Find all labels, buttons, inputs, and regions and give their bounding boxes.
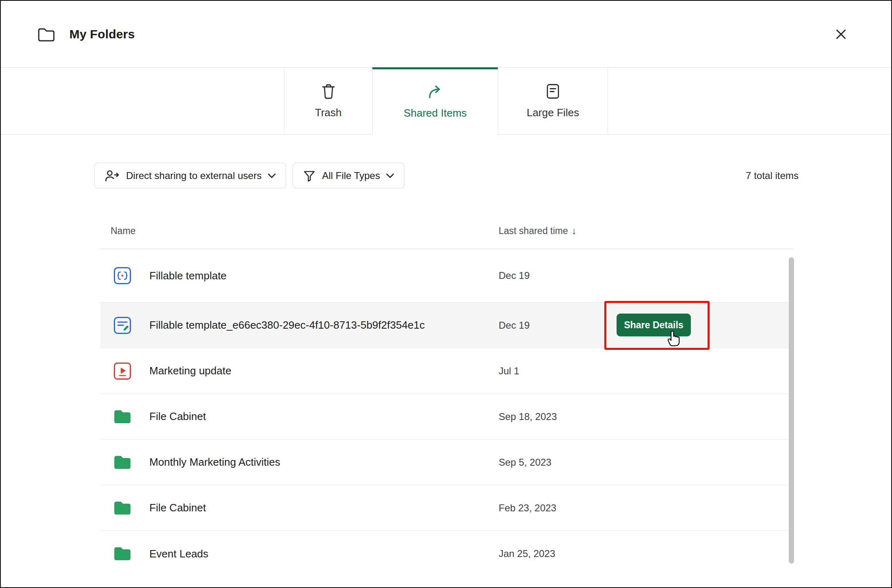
table-row[interactable]: Monthly Marketing Activities Sep 5, 2023: [100, 440, 793, 485]
cursor-icon: [667, 330, 681, 347]
item-name: Marketing update: [149, 365, 231, 377]
item-name: Event Leads: [149, 548, 209, 560]
tab-strip-left-filler: [1, 67, 284, 135]
chevron-down-icon: [268, 173, 276, 178]
last-shared-date: Jul 1: [499, 365, 519, 377]
template-edit-icon: [113, 316, 132, 335]
sort-descending-icon: ↓: [572, 226, 577, 236]
table-row[interactable]: File Cabinet Feb 23, 2023: [100, 485, 793, 531]
last-shared-date: Sep 5, 2023: [499, 457, 551, 468]
table-body: Fillable template Dec 19 Fillable templa…: [100, 249, 793, 577]
tab-strip: Trash Shared Items Large Files: [1, 67, 891, 135]
tab-trash-label: Trash: [315, 106, 342, 119]
filters-row: Direct sharing to external users All Fil…: [94, 163, 799, 188]
tab-trash[interactable]: Trash: [284, 67, 372, 135]
folder-outline-icon: [37, 26, 55, 42]
table-row[interactable]: Marketing update Jul 1: [100, 348, 793, 394]
last-shared-date: Feb 23, 2023: [499, 502, 556, 514]
item-name: File Cabinet: [149, 410, 206, 423]
tab-large-files[interactable]: Large Files: [498, 67, 608, 135]
person-share-icon: [104, 169, 120, 183]
share-arrow-icon: [427, 84, 444, 100]
file-type-filter-label: All File Types: [322, 170, 380, 181]
tab-strip-right-filler: [608, 67, 891, 135]
chevron-down-icon: [386, 173, 394, 178]
trash-icon: [321, 83, 336, 99]
tab-shared-items[interactable]: Shared Items: [372, 67, 498, 135]
column-header-last-shared[interactable]: Last shared time ↓: [499, 225, 577, 237]
vertical-scrollbar[interactable]: [789, 257, 794, 564]
dialog-header: My Folders: [1, 1, 891, 67]
sharing-filter-label: Direct sharing to external users: [126, 170, 262, 181]
funnel-icon: [303, 169, 316, 182]
file-type-filter-dropdown[interactable]: All File Types: [293, 163, 404, 188]
table-row[interactable]: Fillable template Dec 19: [100, 249, 793, 303]
last-shared-date: Jan 25, 2023: [499, 548, 555, 559]
folder-icon: [113, 407, 132, 426]
table-row[interactable]: Event Leads Jan 25, 2023: [100, 531, 793, 577]
folder-icon: [113, 499, 132, 517]
total-items-count: 7 total items: [746, 170, 799, 181]
item-name: Fillable template_e66ec380-29ec-4f10-871…: [149, 319, 425, 332]
folder-icon: [113, 453, 132, 472]
file-lines-icon: [546, 83, 560, 99]
tab-shared-items-label: Shared Items: [404, 107, 467, 119]
template-icon: [113, 266, 132, 285]
item-name: Fillable template: [149, 270, 226, 282]
folder-icon: [113, 544, 132, 563]
item-name: Monthly Marketing Activities: [149, 456, 280, 469]
shared-items-table: Name Last shared time ↓ Fillable templat…: [100, 213, 793, 577]
video-icon: [113, 362, 132, 380]
last-shared-date: Dec 19: [499, 270, 530, 281]
table-row[interactable]: Fillable template_e66ec380-29ec-4f10-871…: [100, 303, 793, 348]
item-name: File Cabinet: [149, 502, 206, 514]
column-header-name: Name: [111, 225, 135, 237]
page-title: My Folders: [69, 27, 135, 41]
table-row[interactable]: File Cabinet Sep 18, 2023: [100, 394, 793, 440]
close-icon[interactable]: [831, 24, 851, 44]
tab-large-files-label: Large Files: [527, 106, 579, 119]
table-header-row: Name Last shared time ↓: [100, 213, 793, 249]
annotation-red-box: Share Details: [604, 301, 710, 350]
sharing-filter-dropdown[interactable]: Direct sharing to external users: [94, 163, 286, 188]
my-folders-dialog: My Folders Trash Shared Items: [0, 0, 892, 588]
last-shared-date: Sep 18, 2023: [499, 411, 557, 422]
last-shared-date: Dec 19: [499, 320, 530, 331]
